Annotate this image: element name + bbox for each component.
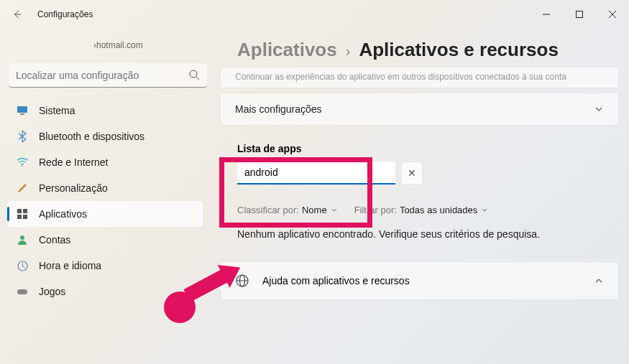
- sidebar-item-time[interactable]: Hora e idioma: [7, 253, 203, 279]
- card-more-settings[interactable]: Mais configurações: [220, 93, 619, 126]
- svg-point-1: [190, 70, 197, 78]
- globe-clock-icon: [16, 259, 29, 272]
- breadcrumb-current: Aplicativos e recursos: [359, 39, 558, 61]
- no-results-message: Nenhum aplicativo encontrado. Verifique …: [237, 228, 620, 240]
- person-icon: [16, 233, 29, 246]
- window-title: Configurações: [37, 9, 93, 19]
- app-list-heading: Lista de apps: [237, 143, 620, 154]
- sidebar-item-label: Contas: [39, 234, 70, 246]
- svg-rect-0: [577, 11, 583, 18]
- search-icon: [188, 69, 200, 80]
- card-title: Mais configurações: [235, 103, 322, 115]
- sidebar-item-system[interactable]: Sistema: [7, 98, 203, 123]
- monitor-icon: [16, 104, 29, 117]
- sidebar-item-gaming[interactable]: Jogos: [7, 279, 203, 304]
- sidebar-item-label: Rede e Internet: [39, 157, 109, 168]
- minimize-button[interactable]: [530, 3, 563, 26]
- wifi-icon: [16, 156, 29, 169]
- app-search-input[interactable]: [237, 162, 395, 185]
- filter-dropdown[interactable]: Filtrar por: Todas as unidades: [354, 205, 490, 215]
- chevron-down-icon: [330, 206, 339, 215]
- sidebar-item-personalization[interactable]: Personalização: [7, 175, 203, 201]
- card-share-devices[interactable]: Continuar as experiências do aplicativo …: [220, 67, 619, 88]
- svg-rect-6: [23, 209, 27, 213]
- svg-rect-7: [17, 215, 22, 219]
- sort-dropdown[interactable]: Classificar por: Nome: [237, 205, 339, 215]
- gamepad-icon: [16, 285, 29, 298]
- bluetooth-icon: [16, 130, 29, 143]
- sidebar-item-label: Jogos: [39, 286, 65, 297]
- chevron-down-icon: [480, 206, 489, 215]
- svg-point-4: [22, 165, 23, 167]
- brush-icon: [16, 182, 29, 195]
- help-title: Ajuda com aplicativos e recursos: [262, 275, 410, 286]
- sidebar-item-label: Aplicativos: [39, 208, 87, 220]
- svg-rect-11: [17, 289, 27, 294]
- close-button[interactable]: [596, 3, 629, 26]
- settings-search-input[interactable]: [9, 63, 207, 88]
- account-email: ›hotmail.com: [7, 36, 216, 63]
- chevron-down-icon: [594, 104, 604, 114]
- breadcrumb: Aplicativos › Aplicativos e recursos: [237, 39, 620, 61]
- svg-rect-3: [20, 113, 24, 115]
- sidebar-item-accounts[interactable]: Contas: [7, 227, 203, 253]
- chevron-up-icon: [594, 276, 604, 286]
- sidebar-item-bluetooth[interactable]: Bluetooth e dispositivos: [7, 123, 203, 149]
- back-button[interactable]: [10, 7, 24, 22]
- svg-rect-8: [23, 215, 27, 219]
- close-icon: ✕: [408, 167, 416, 179]
- sidebar-item-label: Bluetooth e dispositivos: [39, 131, 144, 142]
- svg-point-9: [20, 235, 24, 240]
- sidebar-item-label: Sistema: [39, 105, 75, 116]
- sidebar-item-apps[interactable]: Aplicativos: [7, 201, 203, 227]
- sidebar-item-network[interactable]: Rede e Internet: [7, 149, 203, 175]
- sidebar-item-label: Hora e idioma: [39, 260, 101, 271]
- clear-search-button[interactable]: ✕: [401, 162, 423, 185]
- svg-rect-2: [17, 106, 27, 113]
- maximize-button[interactable]: [563, 3, 596, 26]
- breadcrumb-parent[interactable]: Aplicativos: [237, 39, 337, 61]
- apps-icon: [16, 207, 29, 220]
- help-globe-icon: [235, 274, 249, 288]
- help-card[interactable]: Ajuda com aplicativos e recursos: [220, 261, 619, 300]
- svg-rect-5: [17, 209, 22, 213]
- chevron-right-icon: ›: [346, 43, 351, 60]
- sidebar-item-label: Personalização: [39, 182, 108, 194]
